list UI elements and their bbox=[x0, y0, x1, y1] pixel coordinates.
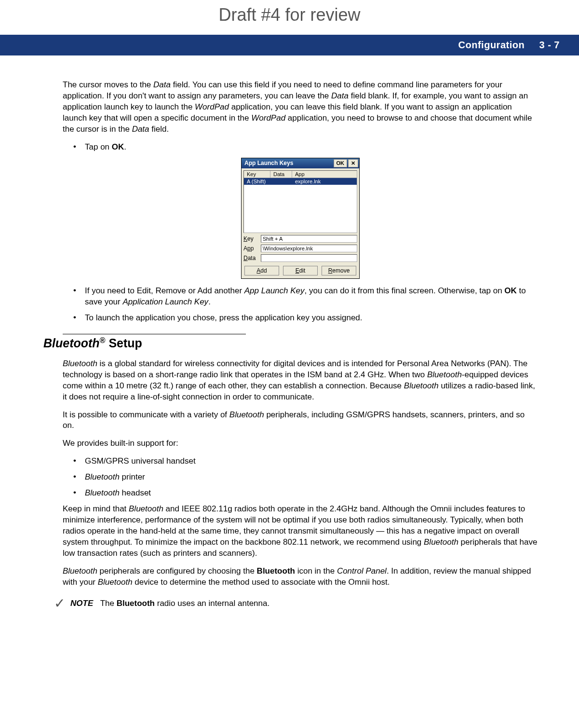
bt-para-3: We provides built-in support for: bbox=[63, 438, 538, 449]
note-label: NOTE bbox=[70, 599, 93, 608]
note-block: ✓ NOTE The Bluetooth radio uses an inter… bbox=[48, 597, 538, 610]
header-section: Configuration bbox=[458, 40, 525, 50]
watermark: Draft #4 for review bbox=[0, 0, 579, 35]
list-header: Key Data App bbox=[244, 171, 357, 178]
list-row-selected[interactable]: A (Shift) explore.lnk bbox=[244, 178, 357, 185]
dialog-titlebar: App Launch Keys OK ✕ bbox=[242, 158, 359, 168]
data-input[interactable] bbox=[261, 254, 357, 262]
header-page: 3 - 7 bbox=[539, 40, 560, 50]
cell-data bbox=[270, 178, 292, 185]
label-app: App bbox=[243, 245, 261, 252]
bt-list-item-3: • Bluetooth headset bbox=[73, 488, 538, 499]
bullet-dot: • bbox=[73, 472, 85, 483]
bullet-dot: • bbox=[73, 286, 85, 308]
ok-button[interactable]: OK bbox=[334, 159, 348, 167]
bullet-dot: • bbox=[73, 313, 85, 324]
add-button[interactable]: Add bbox=[244, 266, 279, 275]
bt-para-4: Keep in mind that Bluetooth and IEEE 802… bbox=[63, 504, 538, 559]
bullet-dot: • bbox=[73, 488, 85, 499]
bt-para-5: Bluetooth peripherals are configured by … bbox=[63, 566, 538, 588]
bt-list-item-2: • Bluetooth printer bbox=[73, 472, 538, 483]
bt-list-item-1: • GSM/GPRS universal handset bbox=[73, 456, 538, 467]
col-data[interactable]: Data bbox=[270, 171, 292, 178]
bullet-edit-remove: • If you need to Edit, Remove or Add ano… bbox=[73, 286, 538, 308]
paragraph-data-field: The cursor moves to the Data field. You … bbox=[63, 80, 538, 135]
edit-button[interactable]: Edit bbox=[283, 266, 318, 275]
header-bar: Configuration 3 - 7 bbox=[0, 35, 579, 55]
section-heading-bluetooth-setup: Bluetooth® Setup bbox=[43, 336, 538, 350]
label-data: Data bbox=[243, 255, 261, 261]
cell-app: explore.lnk bbox=[292, 178, 357, 185]
col-app[interactable]: App bbox=[292, 171, 357, 178]
page-content: The cursor moves to the Data field. You … bbox=[0, 55, 579, 625]
col-key[interactable]: Key bbox=[244, 171, 270, 178]
dialog-app-launch-keys: App Launch Keys OK ✕ Key Data App A (Shi… bbox=[241, 158, 360, 279]
figure-app-launch-keys: App Launch Keys OK ✕ Key Data App A (Shi… bbox=[63, 158, 538, 279]
remove-button[interactable]: Remove bbox=[322, 266, 356, 275]
bullet-tap-ok: • Tap on OK. bbox=[73, 142, 538, 153]
dialog-title: App Launch Keys bbox=[244, 160, 333, 166]
close-button[interactable]: ✕ bbox=[348, 159, 358, 167]
bullet-launch: • To launch the application you chose, p… bbox=[73, 313, 538, 324]
bt-para-2: It is possible to communicate with a var… bbox=[63, 410, 538, 432]
bullet-dot: • bbox=[73, 456, 85, 467]
key-input[interactable] bbox=[261, 235, 357, 243]
app-input[interactable] bbox=[261, 245, 357, 252]
checkmark-icon: ✓ bbox=[48, 597, 70, 610]
label-key: Key bbox=[243, 235, 261, 242]
launch-keys-list[interactable]: Key Data App A (Shift) explore.lnk bbox=[243, 170, 357, 233]
section-rule bbox=[63, 334, 246, 334]
bullet-dot: • bbox=[73, 142, 85, 153]
bt-para-1: Bluetooth is a global standard for wirel… bbox=[63, 358, 538, 403]
cell-key: A (Shift) bbox=[244, 178, 270, 185]
